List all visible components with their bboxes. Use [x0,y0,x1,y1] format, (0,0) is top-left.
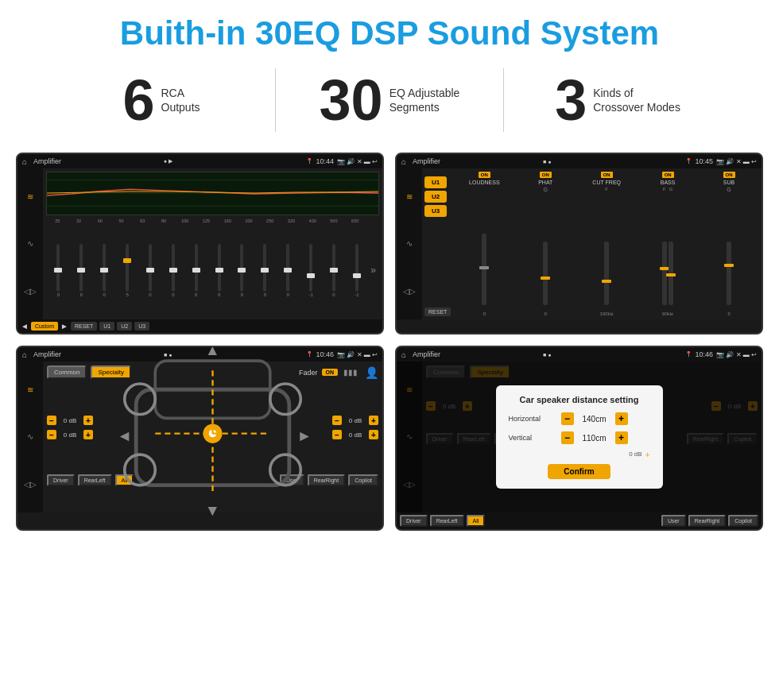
eq-slider-10[interactable]: 0 [254,244,276,297]
amp-left-icons: ≋ ∿ ◁▷ [397,168,422,319]
vol-rr-val: 0 dB [344,431,366,439]
dialog-horizontal-minus[interactable]: − [561,412,574,425]
eq-slider-9[interactable]: 0 [231,244,253,297]
amp-sub-val: 0 [727,311,730,316]
eq-u2-btn[interactable]: U2 [117,322,132,331]
fader-icon-vol[interactable]: ◁▷ [21,475,39,493]
dialog-home-icon[interactable]: ⌂ [401,350,406,359]
eq-slider-5[interactable]: 0 [140,244,161,297]
freq-50: 50 [111,219,131,223]
fader-vol-fr: − 0 dB + [332,416,378,425]
amp-sub: ON SUB G 0 [700,172,758,316]
amp-sub-on[interactable]: ON [723,172,735,178]
freq-63: 63 [133,219,153,223]
fader-icon-eq[interactable]: ≋ [21,381,39,399]
dialog-vertical-plus[interactable]: + [615,431,628,444]
eq-freq-labels: 25 32 40 50 63 80 100 125 160 200 250 32… [46,219,379,223]
fader-home-icon[interactable]: ⌂ [22,350,27,359]
svg-text:▼: ▼ [205,502,220,519]
dialog-rearright-btn[interactable]: RearRight [688,515,727,527]
dialog-screen-title: Amplifier [413,350,540,358]
home-icon[interactable]: ⌂ [22,157,27,166]
eq-slider-11[interactable]: 0 [277,244,299,297]
stat-rca: 6 RCAOutputs [48,72,275,129]
stat-crossover-label: Kinds ofCrossover Modes [593,86,680,114]
eq-content: ≋ ∿ ◁▷ [17,168,382,319]
vol-fl-minus[interactable]: − [47,416,56,425]
amp-cutfreq-on[interactable]: ON [601,172,613,178]
eq-slider-12[interactable]: -1 [300,244,322,297]
eq-u1-btn[interactable]: U1 [99,322,114,331]
amp-presets-col: U1 U2 U3 RESET [422,168,453,319]
eq-slider-2[interactable]: 0 [71,244,92,297]
amp-bass-on[interactable]: ON [662,172,674,178]
eq-slider-4[interactable]: 5 [117,244,138,297]
amp-icon-eq[interactable]: ≋ [401,188,418,206]
eq-slider-14[interactable]: -1 [346,244,367,297]
amp-location-icon: 📍 [685,158,692,164]
dialog-user-btn[interactable]: User [661,515,686,527]
fader-body: − 0 dB + − 0 dB + [47,384,378,471]
eq-icon-eq[interactable]: ≋ [21,188,39,206]
dialog-driver-btn[interactable]: Driver [400,515,428,527]
eq-prev-btn[interactable]: ◄ [21,322,29,331]
eq-slider-8[interactable]: 0 [208,244,230,297]
fader-icon-wave[interactable]: ∿ [21,428,39,446]
eq-slider-3[interactable]: 0 [94,244,115,297]
eq-expand-arrow[interactable]: » [369,265,378,276]
eq-status-bar: ⌂ Amplifier ● ▶ 📍 10:44 📷 🔊 ✕ ▬ ↩ [17,154,382,168]
dialog-all-btn[interactable]: All [467,515,486,527]
amp-phat-on[interactable]: ON [540,172,552,178]
vol-rl-minus[interactable]: − [47,430,56,439]
dialog-vertical-minus[interactable]: − [561,431,574,444]
stat-crossover: 3 Kinds ofCrossover Modes [504,72,731,129]
dialog-rearleft-btn[interactable]: RearLeft [430,515,464,527]
vol-rl-plus[interactable]: + [83,430,93,439]
tab-common[interactable]: Common [47,365,87,379]
freq-125: 125 [196,219,216,223]
amp-icon-wave[interactable]: ∿ [401,235,418,253]
freq-25: 25 [48,219,68,223]
eq-next-btn[interactable]: ► [60,322,68,331]
amp-u3-btn[interactable]: U3 [424,205,447,217]
dialog-horizontal-plus[interactable]: + [615,412,628,425]
freq-250: 250 [260,219,280,223]
amp-controls: ON LOUDNESS 0 ON PHAT G [453,168,762,319]
dialog-bottom-bar: Driver RearLeft All User RearRight Copil… [397,512,762,529]
eq-custom-btn[interactable]: Custom [31,322,58,331]
amp-home-icon[interactable]: ⌂ [401,157,406,166]
amp-reset-btn[interactable]: RESET [424,307,451,316]
amp-icon-vol[interactable]: ◁▷ [401,282,418,300]
copilot-btn[interactable]: Copilot [348,474,378,486]
stats-row: 6 RCAOutputs 30 EQ AdjustableSegments 3 … [0,60,779,148]
amp-u1-btn[interactable]: U1 [424,176,447,188]
dialog-confirm-btn[interactable]: Confirm [548,464,610,479]
vol-fl-plus[interactable]: + [83,416,93,425]
fader-vol-rr: − 0 dB + [332,430,378,439]
eq-u3-btn[interactable]: U3 [134,322,149,331]
stat-eq-label: EQ AdjustableSegments [390,86,460,114]
fader-bars: ▮▮▮ [343,368,358,377]
dialog-vertical-label: Vertical [509,434,556,442]
eq-slider-6[interactable]: 0 [162,244,184,297]
driver-btn[interactable]: Driver [47,474,75,486]
vol-fr-plus[interactable]: + [369,416,378,425]
freq-100: 100 [175,219,195,223]
eq-slider-1[interactable]: 0 [48,244,69,297]
eq-slider-7[interactable]: 0 [185,244,207,297]
eq-icon-vol[interactable]: ◁▷ [21,282,39,300]
freq-40: 40 [90,219,110,223]
vol-rr-minus[interactable]: − [332,430,342,439]
vol-rr-plus[interactable]: + [369,430,378,439]
dialog-horizontal-row: Horizontal − 140cm + [509,412,650,425]
amp-loudness-on[interactable]: ON [479,172,490,178]
eq-icon-wave[interactable]: ∿ [21,235,39,253]
eq-slider-13[interactable]: 0 [324,244,345,297]
eq-reset-btn[interactable]: RESET [71,322,97,331]
dialog-title: Car speaker distance setting [509,395,650,404]
amp-u2-btn[interactable]: U2 [424,191,447,203]
vol-fr-minus[interactable]: − [332,416,342,425]
fader-vol-fl: − 0 dB + [47,416,93,425]
dialog-copilot-btn[interactable]: Copilot [728,515,758,527]
profile-icon[interactable]: 👤 [365,366,378,379]
